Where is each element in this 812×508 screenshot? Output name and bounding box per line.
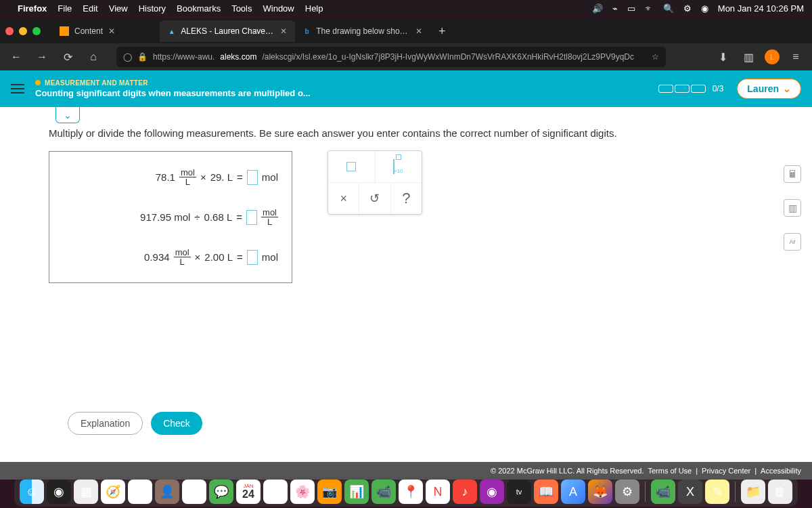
tool-reset[interactable]: ↺ — [359, 183, 390, 214]
menu-view[interactable]: View — [109, 3, 128, 14]
menubar-datetime[interactable]: Mon Jan 24 10:26 PM — [718, 3, 804, 14]
category-text: MEASUREMENT AND MATTER — [45, 79, 148, 87]
address-bar[interactable]: ◯ 🔒 https://www-awu.aleks.com/alekscgi/x… — [116, 47, 666, 67]
menu-edit[interactable]: Edit — [83, 3, 97, 14]
user-menu[interactable]: Lauren ⌄ — [737, 79, 801, 99]
dock-news[interactable]: N — [426, 480, 450, 504]
maximize-window-button[interactable] — [32, 27, 41, 35]
browser-toolbar: ← → ⟳ ⌂ ◯ 🔒 https://www-awu.aleks.com/al… — [0, 43, 812, 70]
close-tab-icon[interactable]: ✕ — [280, 26, 287, 36]
tool-placeholder[interactable] — [328, 151, 376, 182]
privacy-link[interactable]: Privacy Center — [702, 467, 750, 475]
answer-input-3[interactable] — [247, 250, 258, 265]
dock-notes[interactable]: ✎ — [705, 480, 729, 504]
dock-downloads[interactable]: 📁 — [741, 480, 765, 504]
dock-xcode[interactable]: X — [678, 480, 702, 504]
p2-b: 0.68 L — [204, 211, 233, 223]
app-menu-button[interactable]: ≡ — [786, 47, 805, 66]
p2-runit-frac: molL — [261, 208, 278, 226]
dock-chrome[interactable]: ◯ — [182, 480, 206, 504]
tool-exponent[interactable]: ×10 — [376, 151, 422, 182]
periodic-table-icon[interactable]: Ar — [784, 233, 801, 251]
dock-firefox[interactable]: 🦊 — [588, 480, 612, 504]
pocket-icon[interactable]: ⬇ — [713, 47, 732, 66]
control-center-icon[interactable]: ⚙ — [683, 3, 692, 14]
answer-input-1[interactable] — [247, 170, 258, 185]
collapse-toggle[interactable]: ⌄ — [55, 107, 80, 123]
user-name: Lauren — [747, 83, 779, 94]
frac-den: L — [178, 257, 185, 266]
dock-photos[interactable]: 🌸 — [290, 480, 315, 504]
close-tab-icon[interactable]: ✕ — [415, 26, 422, 36]
footer-buttons: Explanation Check — [68, 412, 202, 435]
dock-books[interactable]: 📖 — [534, 480, 558, 504]
dock-messages[interactable]: 💬 — [209, 480, 233, 504]
account-icon[interactable]: L — [765, 49, 780, 64]
reload-button[interactable]: ⟳ — [58, 47, 77, 66]
copyright-text: © 2022 McGraw Hill LLC. All Rights Reser… — [491, 467, 644, 475]
p3-op: × — [195, 251, 201, 263]
library-icon[interactable]: ▥ — [739, 47, 758, 66]
calculator-icon[interactable]: 🖩 — [784, 165, 801, 183]
p3-a: 0.934 — [144, 251, 170, 263]
menu-file[interactable]: File — [58, 3, 72, 14]
explanation-button[interactable]: Explanation — [68, 412, 143, 435]
data-table-icon[interactable]: ▥ — [784, 199, 801, 217]
tool-help[interactable]: ? — [391, 183, 422, 214]
url-domain: aleks.com — [220, 52, 256, 62]
forward-button[interactable]: → — [32, 47, 51, 66]
dock-facetime[interactable]: 📹 — [371, 480, 396, 504]
check-button[interactable]: Check — [151, 412, 202, 435]
menu-tools[interactable]: Tools — [231, 3, 252, 14]
dock-camera[interactable]: 📹 — [651, 480, 675, 504]
dock-finder[interactable]: ☺ — [20, 480, 44, 504]
menu-history[interactable]: History — [139, 3, 166, 14]
progress-text: 0/3 — [713, 84, 724, 93]
dock-calendar[interactable]: JAN24 — [236, 480, 261, 504]
tab-aleks[interactable]: ▲ ALEKS - Lauren Chavez - Learn ✕ — [160, 20, 295, 42]
bookmark-star-icon[interactable]: ☆ — [652, 52, 659, 62]
dock-numbers[interactable]: 📊 — [344, 480, 369, 504]
url-path: /alekscgi/x/Isl.exe/1o_u-IgNslkr7j8P3jH-… — [262, 52, 634, 62]
frac-num: mol — [174, 248, 191, 257]
app-menu[interactable]: Firefox — [18, 3, 47, 14]
dock-appstore[interactable]: A — [561, 480, 585, 504]
back-button[interactable]: ← — [7, 47, 26, 66]
dock-trash[interactable]: 🗑 — [768, 480, 792, 504]
tab-content[interactable]: Content ✕ — [51, 20, 160, 42]
menu-bookmarks[interactable]: Bookmarks — [177, 3, 221, 14]
chevron-down-icon: ⌄ — [783, 83, 791, 94]
menu-icon[interactable] — [11, 81, 24, 96]
bluetooth-icon[interactable]: ⌁ — [612, 3, 618, 14]
home-button[interactable]: ⌂ — [84, 47, 103, 66]
dock-reminders[interactable]: ☑ — [263, 480, 288, 504]
dock-tv[interactable]: tv — [507, 480, 531, 504]
tab-drawing[interactable]: b The drawing below shows a mixt ✕ — [295, 20, 430, 42]
terms-link[interactable]: Terms of Use — [648, 467, 692, 475]
dock-siri[interactable]: ◉ — [47, 480, 71, 504]
siri-icon[interactable]: ◉ — [701, 3, 708, 14]
dock-settings[interactable]: ⚙ — [615, 480, 639, 504]
answer-input-2[interactable] — [246, 210, 257, 225]
volume-icon[interactable]: 🔊 — [592, 3, 603, 14]
dock-mail[interactable]: ✉ — [128, 480, 152, 504]
dock-launchpad[interactable]: ▦ — [74, 480, 98, 504]
menu-window[interactable]: Window — [263, 3, 294, 14]
minimize-window-button[interactable] — [19, 27, 27, 35]
dock-safari[interactable]: 🧭 — [101, 480, 125, 504]
dock-music[interactable]: ♪ — [453, 480, 477, 504]
close-tab-icon[interactable]: ✕ — [108, 26, 115, 36]
dock-photobooth[interactable]: 📷 — [317, 480, 342, 504]
new-tab-button[interactable]: + — [430, 24, 454, 39]
close-window-button[interactable] — [5, 27, 14, 35]
tool-clear[interactable]: × — [328, 183, 359, 214]
dock-contacts[interactable]: 👤 — [155, 480, 179, 504]
dock-maps[interactable]: 📍 — [399, 480, 423, 504]
accessibility-link[interactable]: Accessibility — [761, 467, 801, 475]
dock-podcasts[interactable]: ◉ — [480, 480, 504, 504]
battery-icon[interactable]: ▭ — [627, 3, 635, 14]
menu-help[interactable]: Help — [305, 3, 323, 14]
wifi-icon[interactable]: ᯤ — [645, 3, 654, 14]
p2-a: 917.95 mol — [140, 211, 190, 223]
search-icon[interactable]: 🔍 — [663, 3, 674, 14]
